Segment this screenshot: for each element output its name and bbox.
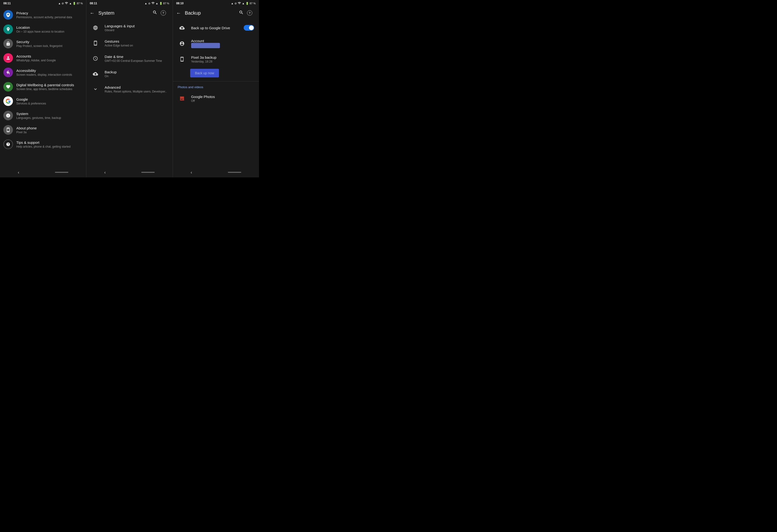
- time-3: 08:10: [176, 2, 184, 5]
- status-bar-2: 08:11 ▲ ⊘ ▲ 🔋 87 %: [86, 0, 173, 7]
- backup-text: Backup On: [105, 70, 168, 78]
- datetime-subtitle: GMT+02:00 Central European Summer Time: [105, 59, 168, 62]
- cloud-upload-icon: [178, 23, 186, 32]
- google-icon-bg: [3, 96, 13, 106]
- home-pill-3[interactable]: [228, 172, 241, 173]
- about-phone-text: About phone Pixel 3a: [16, 126, 83, 134]
- settings-item-tips-support[interactable]: Tips & support Help articles, phone & ch…: [0, 137, 86, 151]
- system-back-button[interactable]: ←: [90, 10, 95, 16]
- bottom-bar-1: ‹: [0, 167, 86, 177]
- backup-drive-title: Back up to Google Drive: [191, 26, 244, 30]
- languages-text: Languages & input Gboard: [105, 24, 168, 32]
- backup-help-button[interactable]: ?: [247, 10, 252, 16]
- settings-item-accounts[interactable]: Accounts WhatsApp, Adobe, and Google: [0, 51, 86, 65]
- privacy-icon: [3, 10, 13, 20]
- wifi-icon: [65, 1, 68, 5]
- account-circle-icon: [178, 39, 186, 48]
- advanced-text: Advanced Rules, Reset options, Multiple …: [105, 85, 168, 93]
- location-subtitle: On – 10 apps have access to location: [16, 30, 83, 33]
- home-pill-1[interactable]: [55, 172, 68, 173]
- google-title: Google: [16, 97, 83, 101]
- dnd-icon-3: ⊘: [235, 2, 237, 5]
- backup-title-header: Backup: [185, 10, 235, 16]
- about-phone-icon-bg: [3, 125, 13, 135]
- backup-menu-title: Backup: [105, 70, 168, 74]
- wifi-icon-3: [238, 1, 241, 5]
- settings-item-security[interactable]: Security Play Protect, screen lock, fing…: [0, 36, 86, 51]
- settings-item-digital-wellbeing[interactable]: Digital Wellbeing & parental controls Sc…: [0, 80, 86, 94]
- system-icon-bg: [3, 111, 13, 120]
- system-search-button[interactable]: [152, 10, 157, 16]
- back-nav-3[interactable]: ‹: [191, 170, 192, 175]
- system-title: System: [16, 112, 83, 116]
- location-title: Location: [16, 25, 83, 29]
- backup-top-bar: ← Backup ?: [173, 7, 259, 19]
- tips-support-title: Tips & support: [16, 140, 83, 144]
- about-phone-subtitle: Pixel 3a: [16, 131, 83, 134]
- account-title: Account: [191, 39, 254, 43]
- battery-icon: 🔋 87 %: [73, 2, 83, 5]
- phone-android-icon: [178, 55, 186, 63]
- gestures-subtitle: Active Edge turned on: [105, 44, 168, 47]
- about-phone-title: About phone: [16, 126, 83, 130]
- signal-icon-2: ▲: [156, 2, 158, 5]
- bottom-bar-3: ‹: [173, 167, 259, 177]
- privacy-subtitle: Permissions, account activity, personal …: [16, 16, 83, 19]
- home-pill-2[interactable]: [141, 172, 155, 173]
- digital-wellbeing-subtitle: Screen time, app timers, bedtime schedul…: [16, 88, 83, 91]
- system-item-gestures[interactable]: Gestures Active Edge turned on: [86, 35, 173, 51]
- system-item-languages[interactable]: Languages & input Gboard: [86, 20, 173, 35]
- settings-item-privacy[interactable]: Privacy Permissions, account activity, p…: [0, 8, 86, 22]
- system-item-datetime[interactable]: Date & time GMT+02:00 Central European S…: [86, 51, 173, 66]
- google-photos-subtitle: Off: [191, 99, 254, 103]
- security-subtitle: Play Protect, screen lock, fingerprint: [16, 44, 83, 48]
- location-icon-bg: [3, 24, 13, 34]
- location-text: Location On – 10 apps have access to loc…: [16, 25, 83, 33]
- digital-wellbeing-text: Digital Wellbeing & parental controls Sc…: [16, 83, 83, 91]
- account-text: Account: [191, 39, 254, 48]
- system-item-advanced[interactable]: Advanced Rules, Reset options, Multiple …: [86, 82, 173, 97]
- backup-drive-text: Back up to Google Drive: [191, 26, 244, 30]
- status-icons-1: ▲ ⊘ ▲ 🔋 87 %: [58, 1, 83, 5]
- backup-account-item[interactable]: Account: [173, 35, 259, 51]
- backup-drive-item[interactable]: Back up to Google Drive: [173, 20, 259, 35]
- status-bar-3: 08:10 ▲ ⊘ ▲ 🔋 87 %: [173, 0, 259, 7]
- system-title-header: System: [98, 10, 149, 16]
- back-nav-1[interactable]: ‹: [18, 170, 19, 175]
- google-photos-item[interactable]: Google Photos Off: [173, 91, 259, 106]
- languages-subtitle: Gboard: [105, 28, 168, 32]
- datetime-text: Date & time GMT+02:00 Central European S…: [105, 55, 168, 62]
- tips-support-text: Tips & support Help articles, phone & ch…: [16, 140, 83, 148]
- settings-item-system[interactable]: System Languages, gestures, time, backup: [0, 108, 86, 123]
- settings-item-accessibility[interactable]: Accessibility Screen readers, display, i…: [0, 65, 86, 80]
- pixel-backup-subtitle: Yesterday, 18:28: [191, 60, 254, 63]
- clock-icon: [91, 54, 100, 63]
- security-text: Security Play Protect, screen lock, fing…: [16, 40, 83, 48]
- battery-icon-2: 🔋 87 %: [159, 2, 169, 5]
- dnd-icon: ⊘: [62, 2, 64, 5]
- backup-menu-subtitle: On: [105, 75, 168, 78]
- backup-now-button[interactable]: Back up now: [190, 69, 219, 78]
- accounts-icon-bg: [3, 53, 13, 63]
- settings-item-location[interactable]: Location On – 10 apps have access to loc…: [0, 22, 86, 36]
- security-icon-bg: [3, 39, 13, 48]
- google-text: Google Services & preferences: [16, 97, 83, 105]
- backup-search-button[interactable]: [239, 10, 244, 16]
- no-photos-icon: [178, 94, 186, 103]
- back-nav-2[interactable]: ‹: [104, 170, 106, 175]
- wifi-icon-2: [151, 1, 155, 5]
- gestures-icon: [91, 39, 100, 47]
- settings-item-google[interactable]: Google Services & preferences: [0, 94, 86, 108]
- pixel-backup-item[interactable]: Pixel 3a backup Yesterday, 18:28: [173, 51, 259, 67]
- backup-back-button[interactable]: ←: [176, 10, 181, 16]
- backup-settings-screen: 08:10 ▲ ⊘ ▲ 🔋 87 % ← Backup ?: [173, 0, 259, 177]
- photos-section-header: Photos and videos: [173, 84, 259, 91]
- system-top-bar: ← System ?: [86, 7, 173, 19]
- system-item-backup[interactable]: Backup On: [86, 66, 173, 82]
- battery-icon-3: 🔋 87 %: [245, 2, 256, 5]
- backup-drive-toggle[interactable]: [244, 25, 254, 31]
- pixel-backup-title: Pixel 3a backup: [191, 55, 254, 59]
- system-help-button[interactable]: ?: [161, 10, 166, 16]
- settings-item-about-phone[interactable]: About phone Pixel 3a: [0, 123, 86, 137]
- backup-divider: [173, 81, 259, 82]
